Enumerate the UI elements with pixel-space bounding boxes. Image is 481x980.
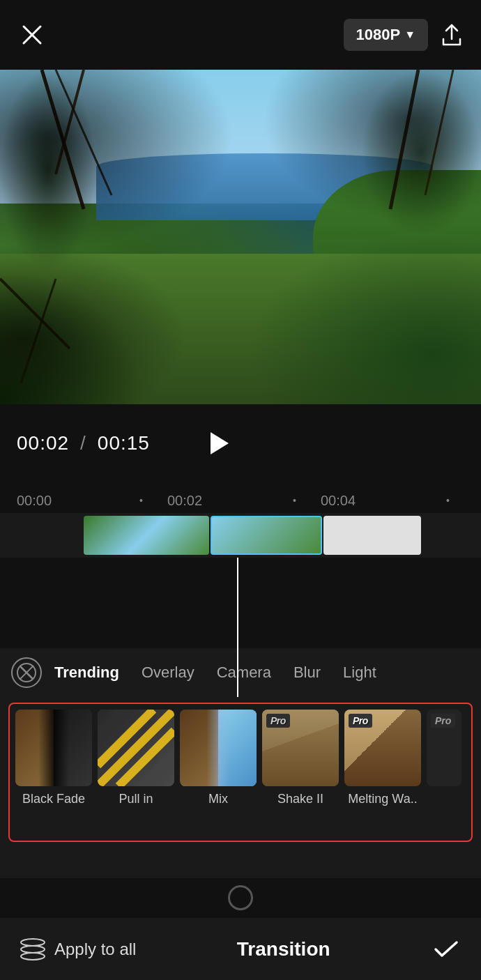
timeline-ruler: 00:00 • 00:02 • 00:04 •	[0, 488, 481, 513]
transition-label-shake-ii: Shake II	[277, 792, 323, 806]
resolution-label: 1080P	[356, 26, 401, 44]
transition-item-partial[interactable]: Pro	[427, 710, 461, 835]
transition-thumb-melting-wa: Pro	[344, 710, 421, 786]
check-icon	[434, 940, 459, 959]
dot-indicator	[228, 885, 253, 910]
controls-area: 00:02 / 00:15	[0, 404, 481, 488]
apply-all-button[interactable]: Apply to all	[20, 936, 136, 963]
svg-point-15	[21, 953, 45, 960]
export-button[interactable]	[439, 22, 464, 47]
chevron-down-icon: ▼	[404, 29, 415, 41]
top-bar: 1080P ▼	[0, 0, 481, 70]
transition-thumb-shake-ii: Pro	[262, 710, 339, 786]
svg-line-9	[21, 667, 32, 678]
transition-item-black-fade[interactable]: Black Fade	[15, 710, 92, 835]
transition-thumb-pull-in	[98, 710, 174, 786]
playhead	[237, 558, 238, 697]
tab-light[interactable]: Light	[333, 658, 386, 687]
play-button[interactable]	[203, 428, 234, 459]
video-preview	[0, 70, 481, 404]
timeline-track[interactable]	[0, 513, 481, 558]
tab-trending[interactable]: Trending	[45, 658, 129, 687]
transition-item-pull-in[interactable]: Pull in	[98, 710, 174, 835]
timeline-marker-0: 00:00	[17, 493, 52, 509]
pro-badge-partial: Pro	[431, 714, 455, 728]
svg-point-13	[21, 939, 45, 946]
timeline: 00:00 • 00:02 • 00:04 •	[0, 488, 481, 558]
transition-thumb-black-fade	[15, 710, 92, 786]
tab-blur[interactable]: Blur	[284, 658, 330, 687]
timeline-dot-2: •	[293, 495, 296, 506]
transition-item-shake-ii[interactable]: Pro Shake II	[262, 710, 339, 835]
transition-title: Transition	[237, 938, 330, 960]
transition-thumb-partial: Pro	[427, 710, 461, 786]
transition-thumb-mix	[180, 710, 257, 786]
total-time: 00:15	[98, 432, 150, 454]
timeline-dot-1: •	[139, 495, 143, 506]
timeline-marker-2: 00:04	[321, 493, 356, 509]
current-time: 00:02	[17, 432, 69, 454]
tab-overlay[interactable]: Overlay	[132, 658, 204, 687]
apply-all-label: Apply to all	[54, 940, 136, 959]
transitions-row: Black Fade Pull in Mix	[8, 703, 473, 842]
transition-label-pull-in: Pull in	[119, 792, 153, 806]
pro-badge-melting: Pro	[349, 714, 372, 728]
tab-camera[interactable]: Camera	[207, 658, 281, 687]
transition-label-melting-wa: Melting Wa..	[348, 792, 417, 806]
time-separator: /	[80, 432, 86, 454]
transition-label-black-fade: Black Fade	[22, 792, 85, 806]
svg-point-14	[21, 946, 45, 953]
apply-all-icon	[20, 936, 46, 963]
timeline-marker-1: 00:02	[167, 493, 202, 509]
play-icon	[211, 432, 229, 454]
timeline-clip-1[interactable]	[84, 516, 209, 555]
close-icon	[21, 24, 43, 46]
bottom-bar: Apply to all Transition	[0, 918, 481, 980]
transition-item-mix[interactable]: Mix	[180, 710, 257, 835]
timeline-clip-3[interactable]	[323, 516, 421, 555]
no-effect-icon	[17, 663, 36, 682]
categories-bar: Trending Overlay Camera Blur Light	[0, 648, 481, 697]
no-effect-button[interactable]	[11, 657, 42, 688]
transitions-grid: Black Fade Pull in Mix	[0, 697, 481, 878]
svg-line-10	[98, 710, 174, 786]
close-button[interactable]	[17, 20, 47, 50]
resolution-button[interactable]: 1080P ▼	[344, 19, 428, 51]
timeline-dot-3: •	[446, 495, 450, 506]
export-icon	[439, 22, 464, 47]
transition-item-melting-wa[interactable]: Pro Melting Wa..	[344, 710, 421, 835]
pro-badge-shake: Pro	[266, 714, 290, 728]
confirm-button[interactable]	[431, 934, 461, 965]
transition-label-mix: Mix	[208, 792, 228, 806]
timeline-clip-2[interactable]	[211, 516, 322, 555]
